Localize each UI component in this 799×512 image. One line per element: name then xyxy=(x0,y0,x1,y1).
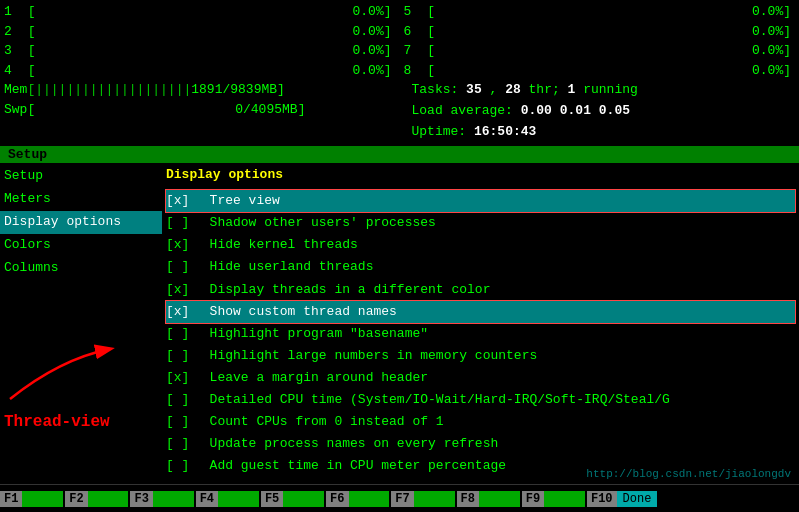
menu-bar: Setup xyxy=(0,146,799,163)
cpu-num-2: 2 xyxy=(4,22,20,42)
fkey-f2[interactable]: F2 xyxy=(65,491,128,507)
option-display-threads-color[interactable]: [x] Display threads in a different color xyxy=(166,279,795,301)
option-highlight-large-nums[interactable]: [ ] Highlight large numbers in memory co… xyxy=(166,345,795,367)
sidebar-item-display-options[interactable]: Display options xyxy=(0,211,162,234)
tasks-count: 35 xyxy=(466,82,482,97)
fkey-num-f5: F5 xyxy=(261,491,283,507)
swp-row: Swp[0/4095MB] xyxy=(4,100,396,120)
checkbox-hide-kernel: [x] xyxy=(166,234,194,256)
swp-label: Swp xyxy=(4,102,27,117)
cpu-num-3: 3 xyxy=(4,41,20,61)
checkbox-margin-header: [x] xyxy=(166,367,194,389)
cpu-bracket-5: [ xyxy=(420,2,443,22)
fkey-f6[interactable]: F6 xyxy=(326,491,389,507)
option-count-cpus-zero[interactable]: [ ] Count CPUs from 0 instead of 1 xyxy=(166,411,795,433)
checkbox-hide-userland: [ ] xyxy=(166,256,194,278)
cpu-bracket-7: [ xyxy=(420,41,443,61)
fkey-f8[interactable]: F8 xyxy=(457,491,520,507)
tasks-running: 1 xyxy=(568,82,576,97)
option-margin-header[interactable]: [x] Leave a margin around header xyxy=(166,367,795,389)
fkey-num-f7: F7 xyxy=(391,491,413,507)
fkey-num-f10: F10 xyxy=(587,491,617,507)
option-hide-userland[interactable]: [ ] Hide userland threads xyxy=(166,256,795,278)
fkey-f7[interactable]: F7 xyxy=(391,491,454,507)
option-detailed-cpu[interactable]: [ ] Detailed CPU time (System/IO-Wait/Ha… xyxy=(166,389,795,411)
cpu-left: 1 [ 0.0%] 2 [ 0.0%] 3 [ xyxy=(4,2,396,142)
tasks-running-label: running xyxy=(583,82,638,97)
option-text-margin-header: Leave a margin around header xyxy=(194,367,428,389)
cpu-pct-4: 0.0%] xyxy=(352,61,395,81)
cpu-row-3: 3 [ 0.0%] xyxy=(4,41,396,61)
main-container: 1 [ 0.0%] 2 [ 0.0%] 3 [ xyxy=(0,0,799,512)
fkey-label-f5 xyxy=(283,491,324,507)
option-show-custom-thread[interactable]: [x] Show custom thread names xyxy=(166,301,795,323)
checkbox-basename: [ ] xyxy=(166,323,194,345)
checkbox-tree-view: [x] xyxy=(166,190,194,212)
cpu-pct-1: 0.0%] xyxy=(352,2,395,22)
fkey-label-f1 xyxy=(22,491,63,507)
cpu-bracket-2: [ xyxy=(20,22,43,42)
cpu-bar-7 xyxy=(443,41,752,61)
option-hide-kernel[interactable]: [x] Hide kernel threads xyxy=(166,234,795,256)
fkey-num-f2: F2 xyxy=(65,491,87,507)
fkey-num-f3: F3 xyxy=(130,491,152,507)
checkbox-update-process: [ ] xyxy=(166,433,194,455)
fkey-label-f7 xyxy=(414,491,455,507)
top-section: 1 [ 0.0%] 2 [ 0.0%] 3 [ xyxy=(0,0,799,144)
mem-row: Mem[||||||||||||||||||||1891/9839MB] xyxy=(4,80,396,100)
cpu-bracket-3: [ xyxy=(20,41,43,61)
checkbox-large-nums: [ ] xyxy=(166,345,194,367)
option-shadow-users[interactable]: [ ] Shadow other users' processes xyxy=(166,212,795,234)
checkbox-custom-thread: [x] xyxy=(166,301,194,323)
fkey-f9[interactable]: F9 xyxy=(522,491,585,507)
mem-bar: [|||||||||||||||||||| xyxy=(27,82,191,97)
fkey-f5[interactable]: F5 xyxy=(261,491,324,507)
fkey-f10[interactable]: F10 Done xyxy=(587,491,657,507)
checkbox-threads-color: [x] xyxy=(166,279,194,301)
cpu-num-6: 6 xyxy=(404,22,420,42)
cpu-row-2: 2 [ 0.0%] xyxy=(4,22,396,42)
cpu-num-8: 8 xyxy=(404,61,420,81)
cpu-bracket-4: [ xyxy=(20,61,43,81)
load-5: 0.01 xyxy=(560,103,591,118)
cpu-bar-3 xyxy=(43,41,352,61)
cpu-pct-8: 0.0%] xyxy=(752,61,795,81)
swp-val: 0/4095MB] xyxy=(35,102,305,117)
load-label: Load average: xyxy=(412,103,521,118)
sidebar-item-setup[interactable]: Setup xyxy=(0,165,162,188)
option-highlight-basename[interactable]: [ ] Highlight program "basename" xyxy=(166,323,795,345)
fkey-label-f3 xyxy=(153,491,194,507)
option-text-tree-view: Tree view xyxy=(194,190,280,212)
option-tree-view[interactable]: [x] Tree view xyxy=(166,190,795,212)
sidebar-item-meters[interactable]: Meters xyxy=(0,188,162,211)
fkey-f1[interactable]: F1 xyxy=(0,491,63,507)
checkbox-count-cpus: [ ] xyxy=(166,411,194,433)
option-text-hide-kernel: Hide kernel threads xyxy=(194,234,358,256)
arrow-svg xyxy=(0,339,140,419)
cpu-row-5: 5 [ 0.0%] xyxy=(404,2,796,22)
cpu-bracket-1: [ xyxy=(20,2,43,22)
option-text-update-process: Update process names on every refresh xyxy=(194,433,498,455)
menu-setup[interactable]: Setup xyxy=(4,147,51,162)
option-update-process-names[interactable]: [ ] Update process names on every refres… xyxy=(166,433,795,455)
cpu-bar-2 xyxy=(43,22,352,42)
load-line: Load average: 0.00 0.01 0.05 xyxy=(412,101,796,122)
cpu-row-1: 1 [ 0.0%] xyxy=(4,2,396,22)
fkey-label-f4 xyxy=(218,491,259,507)
annotation-area: Thread-view xyxy=(0,339,162,431)
cpu-pct-7: 0.0%] xyxy=(752,41,795,61)
load-15: 0.05 xyxy=(599,103,630,118)
fkey-f4[interactable]: F4 xyxy=(196,491,259,507)
cpu-row-7: 7 [ 0.0%] xyxy=(404,41,796,61)
sidebar-item-colors[interactable]: Colors xyxy=(0,234,162,257)
cpu-right: 5 [ 0.0%] 6 [ 0.0%] 7 [ xyxy=(396,2,796,142)
option-text-guest-time: Add guest time in CPU meter percentage xyxy=(194,455,506,477)
option-text-count-cpus: Count CPUs from 0 instead of 1 xyxy=(194,411,444,433)
cpu-bracket-6: [ xyxy=(420,22,443,42)
sidebar-item-columns[interactable]: Columns xyxy=(0,257,162,280)
fkey-num-f6: F6 xyxy=(326,491,348,507)
content-panel: Display options [x] Tree view [ ] Shadow… xyxy=(162,163,799,503)
tasks-thr: 28 xyxy=(505,82,521,97)
bottom-bar: F1 F2 F3 F4 F5 F6 F7 xyxy=(0,484,799,512)
fkey-f3[interactable]: F3 xyxy=(130,491,193,507)
